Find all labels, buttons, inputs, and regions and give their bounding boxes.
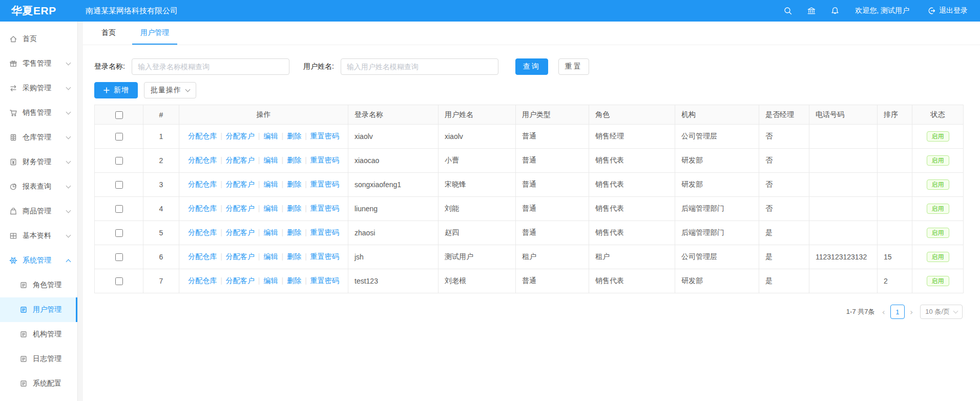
row-checkbox[interactable] bbox=[115, 181, 123, 189]
reset-password-link[interactable]: 重置密码 bbox=[310, 252, 339, 260]
page-size-select[interactable]: 10 条/页 bbox=[920, 305, 963, 319]
assign-warehouse-link[interactable]: 分配仓库 bbox=[188, 132, 217, 140]
bell-icon[interactable] bbox=[830, 6, 840, 15]
cell-sort: 15 bbox=[878, 245, 912, 269]
assign-customer-link[interactable]: 分配客户 bbox=[226, 132, 255, 140]
assign-warehouse-link[interactable]: 分配仓库 bbox=[188, 180, 217, 188]
assign-warehouse-link[interactable]: 分配仓库 bbox=[188, 252, 217, 260]
sidebar-subitem-orgs[interactable]: 机构管理 bbox=[0, 322, 77, 347]
delete-link[interactable]: 删除 bbox=[287, 228, 301, 236]
assign-warehouse-link[interactable]: 分配仓库 bbox=[188, 204, 217, 212]
row-checkbox[interactable] bbox=[115, 277, 123, 285]
cell-actions: 分配仓库|分配客户|编辑|删除|重置密码 bbox=[179, 221, 348, 245]
sidebar-subitem-users[interactable]: 用户管理 bbox=[0, 297, 77, 322]
row-checkbox[interactable] bbox=[115, 157, 123, 165]
logout-label: 退出登录 bbox=[939, 6, 968, 15]
content: 登录名称: 用户姓名: 查询 重置 新增 批量操作 bbox=[83, 45, 980, 319]
cell-checkbox bbox=[95, 125, 143, 149]
cell-checkbox bbox=[95, 149, 143, 173]
row-checkbox[interactable] bbox=[115, 133, 123, 141]
query-button[interactable]: 查询 bbox=[515, 58, 548, 75]
select-all-checkbox[interactable] bbox=[115, 111, 123, 119]
cell-login-name: zhaosi bbox=[348, 221, 439, 245]
logout-button[interactable]: 退出登录 bbox=[927, 6, 968, 15]
sidebar-subitem-logs[interactable]: 日志管理 bbox=[0, 347, 77, 371]
search-icon[interactable] bbox=[783, 6, 793, 15]
cell-checkbox bbox=[95, 245, 143, 269]
batch-actions-button[interactable]: 批量操作 bbox=[144, 82, 196, 98]
header-checkbox-cell bbox=[95, 105, 143, 125]
sidebar-item-system[interactable]: 系统管理 bbox=[0, 248, 77, 273]
cell-index: 4 bbox=[143, 197, 179, 221]
swap-icon bbox=[9, 84, 17, 92]
edit-link[interactable]: 编辑 bbox=[264, 276, 278, 285]
page-1-button[interactable]: 1 bbox=[890, 305, 905, 319]
assign-customer-link[interactable]: 分配客户 bbox=[226, 276, 255, 285]
edit-link[interactable]: 编辑 bbox=[264, 180, 278, 188]
sidebar-item-reports[interactable]: 报表查询 bbox=[0, 174, 77, 199]
row-checkbox[interactable] bbox=[115, 253, 123, 261]
assign-customer-link[interactable]: 分配客户 bbox=[226, 156, 255, 164]
reset-password-link[interactable]: 重置密码 bbox=[310, 156, 339, 164]
sidebar-item-finance[interactable]: 财务管理 bbox=[0, 150, 77, 174]
main-area: 首页 用户管理 登录名称: 用户姓名: 查询 重置 新增 批量操作 bbox=[83, 22, 980, 401]
action-separator: | bbox=[305, 204, 307, 212]
sidebar-subitem-config[interactable]: 系统配置 bbox=[0, 371, 77, 396]
delete-link[interactable]: 删除 bbox=[287, 156, 301, 164]
assign-customer-link[interactable]: 分配客户 bbox=[226, 204, 255, 212]
user-name-input[interactable] bbox=[341, 58, 498, 75]
login-name-input[interactable] bbox=[132, 58, 289, 75]
sidebar-scroll-gutter[interactable] bbox=[78, 22, 83, 401]
next-page-button[interactable]: › bbox=[907, 307, 916, 317]
cell-user-name: 刘老根 bbox=[439, 269, 516, 293]
delete-link[interactable]: 删除 bbox=[287, 132, 301, 140]
delete-link[interactable]: 删除 bbox=[287, 252, 301, 260]
cell-role: 销售代表 bbox=[589, 173, 675, 197]
action-separator: | bbox=[258, 228, 260, 236]
delete-link[interactable]: 删除 bbox=[287, 276, 301, 285]
assign-warehouse-link[interactable]: 分配仓库 bbox=[188, 276, 217, 285]
edit-link[interactable]: 编辑 bbox=[264, 156, 278, 164]
assign-customer-link[interactable]: 分配客户 bbox=[226, 252, 255, 260]
cell-is-manager: 否 bbox=[759, 149, 809, 173]
reset-password-link[interactable]: 重置密码 bbox=[310, 180, 339, 188]
reset-password-link[interactable]: 重置密码 bbox=[310, 132, 339, 140]
sidebar-item-label: 系统管理 bbox=[23, 256, 51, 265]
edit-link[interactable]: 编辑 bbox=[264, 228, 278, 236]
reset-password-link[interactable]: 重置密码 bbox=[310, 228, 339, 236]
bank-icon[interactable] bbox=[807, 6, 816, 15]
sidebar-item-sales[interactable]: 销售管理 bbox=[0, 101, 77, 125]
cell-organization: 后端管理部门 bbox=[675, 197, 759, 221]
sidebar-item-retail[interactable]: 零售管理 bbox=[0, 51, 77, 76]
assign-customer-link[interactable]: 分配客户 bbox=[226, 180, 255, 188]
tab-home[interactable]: 首页 bbox=[93, 22, 124, 45]
pagination-total: 1-7 共7条 bbox=[846, 307, 875, 316]
assign-warehouse-link[interactable]: 分配仓库 bbox=[188, 156, 217, 164]
sidebar-item-goods[interactable]: 商品管理 bbox=[0, 199, 77, 224]
edit-link[interactable]: 编辑 bbox=[264, 132, 278, 140]
status-badge: 启用 bbox=[927, 228, 949, 238]
sidebar-item-basic-data[interactable]: 基本资料 bbox=[0, 224, 77, 248]
row-checkbox[interactable] bbox=[115, 205, 123, 213]
cell-user-name: 赵四 bbox=[439, 221, 516, 245]
prev-page-button[interactable]: ‹ bbox=[879, 307, 888, 317]
sidebar-item-home[interactable]: 首页 bbox=[0, 27, 77, 51]
assign-warehouse-link[interactable]: 分配仓库 bbox=[188, 228, 217, 236]
assign-customer-link[interactable]: 分配客户 bbox=[226, 228, 255, 236]
sidebar-subitem-roles[interactable]: 角色管理 bbox=[0, 273, 77, 297]
reset-button[interactable]: 重置 bbox=[558, 58, 589, 75]
delete-link[interactable]: 删除 bbox=[287, 180, 301, 188]
edit-link[interactable]: 编辑 bbox=[264, 204, 278, 212]
sidebar-item-warehouse[interactable]: 仓库管理 bbox=[0, 125, 77, 150]
delete-link[interactable]: 删除 bbox=[287, 204, 301, 212]
edit-link[interactable]: 编辑 bbox=[264, 252, 278, 260]
reset-password-link[interactable]: 重置密码 bbox=[310, 276, 339, 285]
welcome-text: 欢迎您, 测试用户 bbox=[855, 6, 909, 15]
gear-icon bbox=[9, 256, 17, 265]
reset-password-link[interactable]: 重置密码 bbox=[310, 204, 339, 212]
cell-phone bbox=[809, 197, 878, 221]
sidebar-item-purchase[interactable]: 采购管理 bbox=[0, 76, 77, 101]
add-button[interactable]: 新增 bbox=[94, 82, 138, 98]
row-checkbox[interactable] bbox=[115, 229, 123, 237]
tab-user-management[interactable]: 用户管理 bbox=[132, 22, 177, 45]
